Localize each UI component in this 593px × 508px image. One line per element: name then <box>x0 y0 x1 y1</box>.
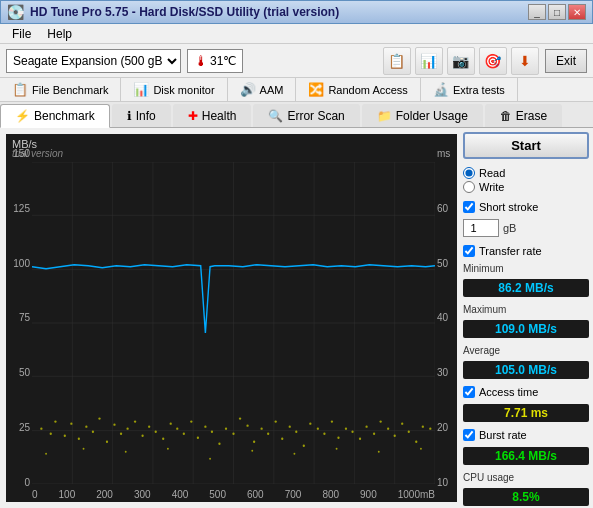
title-bar-left: 💽 HD Tune Pro 5.75 - Hard Disk/SSD Utili… <box>7 4 339 20</box>
toolbar-icons: 📋 📊 📷 🎯 ⬇ <box>383 47 539 75</box>
short-stroke-checkbox[interactable] <box>463 201 475 213</box>
drive-select[interactable]: Seagate Expansion (500 gB) <box>6 49 181 73</box>
read-write-group: Read Write <box>463 167 589 193</box>
svg-point-50 <box>275 420 277 422</box>
access-time-value: 7.71 ms <box>463 404 589 422</box>
svg-point-69 <box>408 430 410 432</box>
svg-point-44 <box>232 432 234 434</box>
spinbox-row: gB <box>463 219 589 237</box>
tab-extra-tests-label: Extra tests <box>453 84 505 96</box>
svg-point-76 <box>167 448 169 450</box>
svg-point-66 <box>387 427 389 429</box>
svg-point-27 <box>113 423 115 425</box>
svg-point-30 <box>134 420 136 422</box>
benchmark-chart <box>32 162 435 484</box>
random-access-icon: 🔀 <box>308 82 324 97</box>
read-label: Read <box>479 167 505 179</box>
target-icon[interactable]: 🎯 <box>479 47 507 75</box>
tab-file-benchmark[interactable]: 📋 File Benchmark <box>0 78 121 101</box>
health-icon: ✚ <box>188 109 198 123</box>
svg-point-45 <box>239 417 241 419</box>
tab-benchmark-label: Benchmark <box>34 109 95 123</box>
camera-icon[interactable]: 📷 <box>447 47 475 75</box>
svg-point-39 <box>197 437 199 439</box>
menu-help[interactable]: Help <box>39 26 80 42</box>
svg-point-40 <box>204 425 206 427</box>
maximum-value: 109.0 MB/s <box>463 320 589 338</box>
svg-point-71 <box>422 425 424 427</box>
svg-point-31 <box>141 434 143 436</box>
burst-rate-value: 166.4 MB/s <box>463 447 589 465</box>
app-title: HD Tune Pro 5.75 - Hard Disk/SSD Utility… <box>30 5 339 19</box>
svg-point-36 <box>176 427 178 429</box>
chart-y-axis-right: ms 60 50 40 30 20 10 <box>435 134 457 502</box>
tab-benchmark[interactable]: ⚡ Benchmark <box>0 104 110 128</box>
tab-erase[interactable]: 🗑 Erase <box>485 104 562 127</box>
tab-info[interactable]: ℹ Info <box>112 104 171 127</box>
svg-point-19 <box>54 420 56 422</box>
tab-folder-usage[interactable]: 📁 Folder Usage <box>362 104 483 127</box>
tab-error-scan-label: Error Scan <box>287 109 344 123</box>
menu-file[interactable]: File <box>4 26 39 42</box>
svg-point-68 <box>401 422 403 424</box>
tab-file-benchmark-label: File Benchmark <box>32 84 108 96</box>
tab-health[interactable]: ✚ Health <box>173 104 252 127</box>
graph-icon[interactable]: 📊 <box>415 47 443 75</box>
svg-point-78 <box>251 450 253 452</box>
exit-button[interactable]: Exit <box>545 49 587 73</box>
close-button[interactable]: ✕ <box>568 4 586 20</box>
tab-health-label: Health <box>202 109 237 123</box>
short-stroke-row: Short stroke <box>463 201 589 213</box>
svg-point-53 <box>295 430 297 432</box>
svg-point-49 <box>267 432 269 434</box>
svg-point-42 <box>218 443 220 445</box>
temperature-value: 31℃ <box>210 54 236 68</box>
svg-point-80 <box>336 448 338 450</box>
burst-rate-checkbox[interactable] <box>463 429 475 441</box>
tab-disk-monitor[interactable]: 📊 Disk monitor <box>121 78 227 101</box>
svg-point-25 <box>98 417 100 419</box>
svg-point-17 <box>40 427 42 429</box>
write-radio[interactable] <box>463 181 475 193</box>
svg-point-34 <box>162 438 164 440</box>
tab-aam[interactable]: 🔊 AAM <box>228 78 297 101</box>
svg-point-57 <box>323 432 325 434</box>
short-stroke-spinbox[interactable] <box>463 219 499 237</box>
svg-point-20 <box>64 434 66 436</box>
read-option[interactable]: Read <box>463 167 589 179</box>
copy-icon[interactable]: 📋 <box>383 47 411 75</box>
maximize-button[interactable]: □ <box>548 4 566 20</box>
read-radio[interactable] <box>463 167 475 179</box>
burst-rate-label: Burst rate <box>479 429 527 441</box>
minimize-button[interactable]: _ <box>528 4 546 20</box>
tab-disk-monitor-label: Disk monitor <box>153 84 214 96</box>
chart-y-axis-left: 150 125 100 75 50 25 0 <box>6 134 32 502</box>
svg-point-29 <box>126 427 128 429</box>
minimum-label: Minimum <box>463 263 589 274</box>
svg-point-54 <box>303 445 305 447</box>
svg-point-72 <box>429 427 431 429</box>
title-bar: 💽 HD Tune Pro 5.75 - Hard Disk/SSD Utili… <box>0 0 593 24</box>
download-icon[interactable]: ⬇ <box>511 47 539 75</box>
write-option[interactable]: Write <box>463 181 589 193</box>
tab-extra-tests[interactable]: 🔬 Extra tests <box>421 78 518 101</box>
average-value: 105.0 MB/s <box>463 361 589 379</box>
svg-point-48 <box>260 427 262 429</box>
access-time-checkbox[interactable] <box>463 386 475 398</box>
start-button[interactable]: Start <box>463 132 589 159</box>
svg-point-56 <box>317 427 319 429</box>
tab-random-access[interactable]: 🔀 Random Access <box>296 78 420 101</box>
svg-point-55 <box>309 422 311 424</box>
svg-point-24 <box>92 430 94 432</box>
svg-point-43 <box>225 427 227 429</box>
svg-point-79 <box>293 453 295 455</box>
tab-error-scan[interactable]: 🔍 Error Scan <box>253 104 359 127</box>
app-icon: 💽 <box>7 4 24 20</box>
svg-point-63 <box>365 425 367 427</box>
svg-point-37 <box>183 432 185 434</box>
transfer-rate-checkbox[interactable] <box>463 245 475 257</box>
svg-point-22 <box>78 438 80 440</box>
svg-point-70 <box>415 441 417 443</box>
svg-point-58 <box>331 420 333 422</box>
temperature-display: 🌡 31℃ <box>187 49 243 73</box>
